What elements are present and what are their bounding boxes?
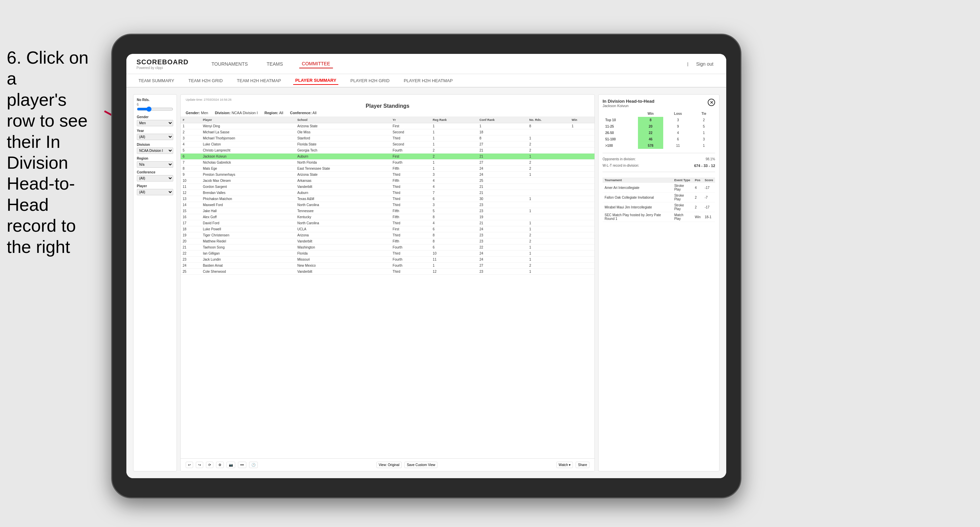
year-select[interactable]: (All) First Second Third Fourth Fifth [137,134,173,140]
cell-player: Bastien Amat [201,263,295,269]
conference-select[interactable]: (All) [137,175,173,181]
cell-player: Mats Ege [201,166,295,172]
cell-player: Michael La Sasse [201,129,295,135]
cell-player: Phichaksn Maichon [201,196,295,202]
table-row[interactable]: 23 Jack Lundin Missouri Fourth 11 24 1 [181,257,595,263]
camera-button[interactable]: 📷 [226,462,235,468]
sub-nav-team-summary[interactable]: TEAM SUMMARY [137,77,176,84]
tournament-name: Amer Ari Intercollegiate [603,183,672,193]
col-rank: # [181,117,201,123]
cell-conf: 8 [477,135,527,141]
nav-committee[interactable]: COMMITTEE [299,60,333,68]
table-row[interactable]: 14 Maxwell Ford North Carolina Third 3 2… [181,202,595,208]
sub-nav-player-summary[interactable]: PLAYER SUMMARY [293,76,338,85]
table-row[interactable]: 10 Jacob Max Olesen Arkansas Fifth 4 25 [181,178,595,184]
cell-player: Jack Lundin [201,257,295,263]
table-row[interactable]: 24 Bastien Amat New Mexico Fourth 1 27 2 [181,263,595,269]
table-row[interactable]: 15 Jake Hall Tennessee Fifth 5 23 1 [181,208,595,214]
table-row[interactable]: 12 Brendan Valles Auburn Third 7 21 [181,190,595,196]
refresh-button[interactable]: ⟳ [206,462,213,468]
logo-area: SCOREBOARD Powered by clippi [137,58,188,70]
cell-rank: 15 [181,208,201,214]
gender-select[interactable]: Men Women [137,120,173,126]
view-original-button[interactable]: View: Original [376,462,402,468]
cell-conf: 25 [477,178,527,184]
table-row[interactable]: 1 Wenyi Ding Arizona State First 1 1 8 1 [181,123,595,129]
table-row[interactable]: 13 Phichaksn Maichon Texas A&M Third 6 3… [181,196,595,202]
table-row[interactable]: 21 Taehoon Song Washington Fourth 6 22 1 [181,244,595,251]
tournament-name: Mirabel Maui Jim Intercollegiate [603,202,672,212]
h2h-win: 46 [638,136,663,143]
standings-tbody[interactable]: 1 Wenyi Ding Arizona State First 1 1 8 1… [181,123,595,275]
cell-rds [527,184,570,190]
region-select[interactable]: N/a All [137,161,173,168]
sub-nav-team-h2h-grid[interactable]: TEAM H2H GRID [186,77,225,84]
table-row[interactable]: 8 Mats Ege East Tennessee State Fifth 1 … [181,166,595,172]
sub-nav: TEAM SUMMARY TEAM H2H GRID TEAM H2H HEAT… [126,74,726,87]
h2h-record: 674 - 33 - 12 [694,163,715,168]
sub-nav-player-h2h-grid[interactable]: PLAYER H2H GRID [348,77,391,84]
cell-conf: 21 [477,184,527,190]
tournament-pos: 2 [693,193,703,202]
tournament-name: SEC Match Play hosted by Jerry Pate Roun… [603,212,672,222]
sub-nav-player-h2h-heatmap[interactable]: PLAYER H2H HEATMAP [402,77,455,84]
table-row[interactable]: 16 Alex Goff Kentucky Fifth 8 19 [181,214,595,220]
table-row[interactable]: 11 Gordon Sargent Vanderbilt Third 4 21 [181,184,595,190]
table-row[interactable]: 22 Ian Gilligan Florida Third 10 24 1 [181,251,595,257]
sign-out-button[interactable]: Sign out [694,60,716,68]
tools-button[interactable]: ⚙ [216,462,224,468]
table-row[interactable]: 20 Matthew Riedel Vanderbilt Fifth 8 23 … [181,238,595,244]
cell-player: Maxwell Ford [201,202,295,208]
table-row[interactable]: 5 Christo Lamprecht Georgia Tech Fourth … [181,148,595,154]
cell-reg: 10 [431,251,477,257]
table-row[interactable]: 9 Preston Summerhays Arizona State Third… [181,172,595,178]
clock-button[interactable]: 🕐 [249,462,258,468]
share-button[interactable]: Share [576,462,589,468]
table-row[interactable]: 6 Jackson Koivun Auburn First 2 21 1 [181,154,595,160]
division-select[interactable]: NCAA Division I [137,148,173,154]
tournament-score: -17 [703,202,715,212]
table-row[interactable]: 3 Michael Thorbjornsen Stanford Third 1 … [181,135,595,141]
cell-school: Vanderbilt [295,238,391,244]
h2h-close-button[interactable]: ✕ [708,98,715,106]
h2h-col-loss: Loss [663,110,692,117]
cell-school: Auburn [295,154,391,160]
save-custom-button[interactable]: Save Custom View [404,462,438,468]
more-button[interactable]: ••• [238,462,247,468]
cell-rds: 1 [527,251,570,257]
cell-conf: 27 [477,160,527,166]
table-row[interactable]: 25 Cole Sherwood Vanderbilt Third 12 23 … [181,269,595,275]
h2h-win: 22 [638,130,663,136]
sub-nav-team-h2h-heatmap[interactable]: TEAM H2H HEATMAP [235,77,283,84]
watch-button[interactable]: Watch ▾ [557,462,573,468]
nav-tournaments[interactable]: TOURNAMENTS [208,60,250,68]
cell-rds: 2 [527,232,570,238]
redo-button[interactable]: ↪ [196,462,203,468]
player-select[interactable]: (All) [137,189,173,195]
no-rds-slider[interactable] [137,106,173,112]
cell-school: Arizona State [295,123,391,129]
cell-school: New Mexico [295,263,391,269]
cell-win [570,208,595,214]
table-row[interactable]: 4 Luke Claton Florida State Second 1 27 … [181,141,595,148]
cell-yr: Fifth [391,238,431,244]
filter-conference: Conference (All) [137,170,173,181]
cell-conf: 18 [477,129,527,135]
cell-rds: 2 [527,160,570,166]
table-row[interactable]: 19 Tiger Christensen Arizona Third 8 23 … [181,232,595,238]
cell-yr: Third [391,184,431,190]
cell-school: Florida [295,251,391,257]
table-row[interactable]: 2 Michael La Sasse Ole Miss Second 1 18 [181,129,595,135]
table-row[interactable]: 17 David Ford North Carolina Third 4 21 … [181,220,595,226]
undo-button[interactable]: ↩ [186,462,193,468]
main-content: No Rds. 6 Gender Men Women Year [126,87,726,478]
cell-player: Taehoon Song [201,244,295,251]
cell-win [570,244,595,251]
cell-reg: 1 [431,160,477,166]
filter-division: Division NCAA Division I [137,143,173,154]
table-row[interactable]: 7 Nicholas Gabrelick North Florida Fourt… [181,160,595,166]
cell-rds: 2 [527,263,570,269]
nav-teams[interactable]: TEAMS [264,60,285,68]
cell-school: East Tennessee State [295,166,391,172]
table-row[interactable]: 18 Luke Powell UCLA First 6 24 1 [181,226,595,232]
